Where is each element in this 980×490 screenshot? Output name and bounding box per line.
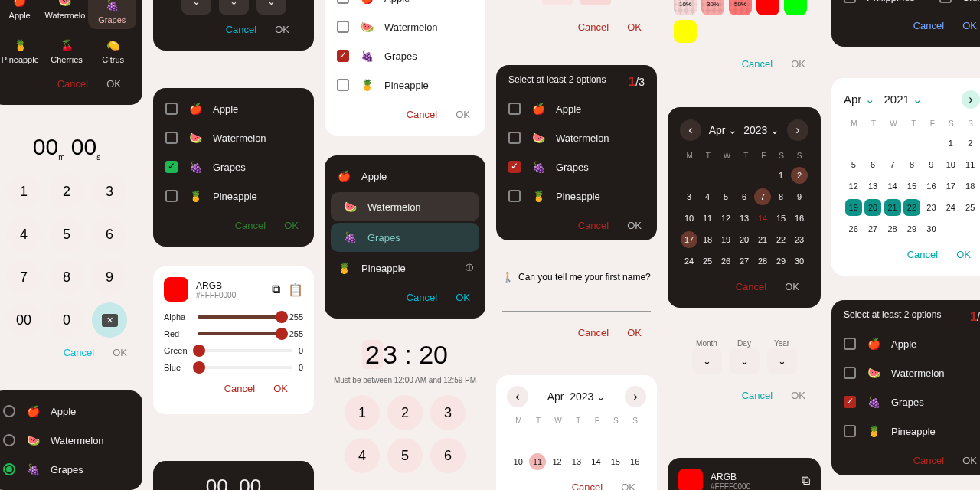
ok-button[interactable]: OK [627, 21, 642, 33]
cancel-button[interactable]: Cancel [226, 24, 256, 35]
radio-apple[interactable]: 🍎Apple [0, 397, 142, 426]
fruit-grapes[interactable]: 🍇Grapes [88, 0, 136, 29]
ok-button[interactable]: OK [956, 249, 971, 260]
key-8[interactable]: 8 [49, 260, 84, 295]
key-5[interactable]: 5 [49, 217, 84, 252]
text-input[interactable] [502, 289, 651, 312]
cancel-button[interactable]: Cancel [407, 109, 437, 120]
cancel-button[interactable]: Cancel [742, 58, 773, 70]
check-watermelon[interactable]: 🍉Watermelon [153, 123, 314, 152]
ok-button[interactable]: OK [785, 281, 799, 292]
ok-button[interactable]: OK [456, 292, 470, 303]
check-pineapple[interactable]: 🍍Pineapple [831, 416, 980, 446]
key-1[interactable]: 1 [6, 174, 41, 209]
ok-button[interactable]: OK [791, 390, 805, 401]
check-watermelon[interactable]: 🍉Watermelon [325, 12, 485, 41]
cancel-button[interactable]: Cancel [913, 20, 944, 31]
item-watermelon[interactable]: 🍉Watermelon [331, 192, 479, 221]
prev-month[interactable]: ‹ [680, 119, 701, 141]
check-pineapple[interactable]: 🍍Pineapple [153, 181, 314, 211]
check-apple[interactable]: 🍎Apple [496, 94, 657, 123]
swatch-green[interactable] [784, 0, 807, 15]
swatch-10[interactable]: 10% [674, 0, 697, 15]
ok-button[interactable]: OK [621, 482, 635, 490]
check-apple[interactable]: 🍎Apple [153, 94, 314, 123]
month-dropdown[interactable]: ⌄ [692, 348, 722, 374]
paste-icon[interactable]: 📋 [288, 283, 303, 297]
key-3[interactable]: 3 [92, 174, 127, 209]
key-3[interactable]: 3 [430, 395, 466, 430]
fruit-watermelon[interactable]: 🍉Watermelo [42, 0, 87, 29]
month-year[interactable]: Apr ⌄ 2023 ⌄ [709, 124, 780, 136]
check-grapes[interactable]: 🍇Grapes [325, 41, 485, 70]
fruit-citrus[interactable]: 🍋Citrus [90, 38, 136, 64]
ok-button[interactable]: OK [273, 383, 288, 394]
cancel-button[interactable]: Cancel [742, 390, 773, 401]
copy-icon[interactable]: ⧉ [272, 283, 280, 296]
backspace-button[interactable]: ✕ [92, 302, 127, 338]
key-7[interactable]: 7 [6, 260, 41, 295]
copy-icon[interactable]: ⧉ [802, 474, 810, 488]
cancel-button[interactable]: Cancel [224, 383, 255, 394]
green-slider[interactable] [198, 349, 292, 352]
cancel-button[interactable]: Cancel [907, 249, 938, 260]
key-6[interactable]: 6 [430, 438, 466, 473]
check-pineapple[interactable]: 🍍Pineapple [325, 70, 485, 100]
radio-watermelon[interactable]: 🍉Watermelon [0, 426, 142, 455]
key-4[interactable]: 4 [6, 217, 41, 252]
cancel-button[interactable]: Cancel [235, 220, 266, 231]
ok-button[interactable]: OK [284, 220, 299, 231]
prev-month[interactable]: ‹ [507, 386, 528, 407]
key-5[interactable]: 5 [387, 438, 423, 473]
next-month[interactable]: › [787, 119, 808, 141]
dropdown-1[interactable]: ⌄ [181, 0, 211, 15]
ok-button[interactable]: OK [627, 220, 642, 231]
fruit-pineapple[interactable]: 🍍Pineapple [0, 38, 44, 64]
cancel-button[interactable]: Cancel [578, 220, 609, 231]
key-6[interactable]: 6 [92, 217, 127, 252]
check-cn[interactable]: China [927, 0, 980, 11]
cancel-button[interactable]: Cancel [578, 21, 609, 33]
swatch-red[interactable] [756, 0, 779, 15]
blue-slider[interactable] [198, 366, 292, 369]
ok-button[interactable]: OK [962, 20, 977, 31]
next-month[interactable]: › [962, 90, 980, 109]
day-dropdown[interactable]: ⌄ [730, 348, 760, 374]
swatch-30[interactable]: 30% [701, 0, 724, 15]
cancel-button[interactable]: Cancel [736, 281, 766, 292]
check-apple[interactable]: 🍎Apple [831, 329, 980, 358]
check-grapes[interactable]: 🍇Grapes [496, 152, 657, 181]
cancel-button[interactable]: Cancel [57, 78, 88, 90]
alpha-slider[interactable] [198, 315, 283, 318]
year-dropdown[interactable]: ⌄ [767, 348, 797, 374]
red-slider[interactable] [198, 332, 283, 335]
fruit-apple[interactable]: 🍎Apple [0, 0, 42, 29]
cancel-button[interactable]: Cancel [578, 327, 609, 338]
check-apple[interactable]: 🍎Apple [325, 0, 485, 12]
key-4[interactable]: 4 [345, 438, 380, 473]
cancel-button[interactable]: Cancel [572, 482, 603, 490]
cancel-button[interactable]: Cancel [64, 347, 94, 358]
month-select[interactable]: Apr ⌄ [844, 93, 875, 106]
check-grapes[interactable]: 🍇Grapes [831, 387, 980, 416]
ok-button[interactable]: OK [113, 347, 127, 358]
fruit-cherries[interactable]: 🍒Cherries [44, 38, 90, 64]
dropdown-2[interactable]: ⌄ [219, 0, 249, 15]
key-1[interactable]: 1 [345, 395, 380, 430]
ok-button[interactable]: OK [791, 58, 805, 70]
cancel-button[interactable]: Cancel [407, 292, 437, 303]
key-2[interactable]: 2 [49, 174, 84, 209]
cancel-button[interactable]: Cancel [913, 455, 944, 466]
ok-button[interactable]: OK [627, 327, 642, 338]
month-year[interactable]: Apr 2023 ⌄ [547, 390, 606, 403]
key-2[interactable]: 2 [387, 395, 423, 430]
item-pineapple[interactable]: 🍍Pineappleⓘ [325, 253, 485, 283]
ok-button[interactable]: OK [275, 24, 289, 35]
key-9[interactable]: 9 [92, 260, 127, 295]
radio-grapes[interactable]: 🍇Grapes [0, 455, 142, 484]
check-ph[interactable]: Philippines [831, 0, 927, 11]
next-month[interactable]: › [625, 386, 646, 407]
item-apple[interactable]: 🍎Apple [325, 162, 485, 191]
key-00[interactable]: 00 [6, 302, 41, 338]
year-select[interactable]: 2021 ⌄ [884, 93, 923, 106]
